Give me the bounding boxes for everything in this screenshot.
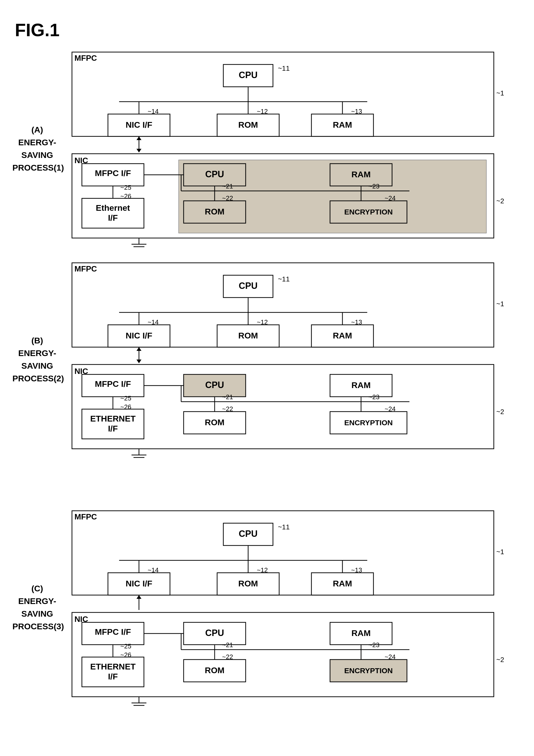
svg-text:ROM: ROM [205,207,224,216]
svg-text:~12: ~12 [257,566,268,574]
svg-text:~23: ~23 [369,641,379,649]
svg-text:~10: ~10 [496,300,504,308]
svg-text:~14: ~14 [148,566,158,574]
svg-text:~20: ~20 [496,408,504,416]
svg-text:~24: ~24 [385,405,396,413]
svg-text:ENCRYPTION: ENCRYPTION [344,208,393,216]
svg-text:~23: ~23 [369,182,379,190]
svg-text:ROM: ROM [205,418,224,427]
svg-text:RAM: RAM [333,120,352,129]
svg-text:MFPC I/F: MFPC I/F [95,168,131,178]
svg-text:~25: ~25 [120,184,131,191]
section-b: (B) ENERGY-SAVING PROCESS(2) MFPC CPU ~1… [13,260,504,459]
svg-text:NIC I/F: NIC I/F [126,579,152,588]
svg-text:~13: ~13 [351,318,362,326]
svg-text:MFPC: MFPC [74,264,97,273]
svg-marker-81 [136,347,141,351]
svg-text:~22: ~22 [222,405,233,413]
svg-text:~13: ~13 [351,566,362,574]
section-a-label: (A) ENERGY-SAVING PROCESS(1) [13,123,62,174]
svg-text:CPU: CPU [239,281,258,291]
section-c-label: (C) ENERGY-SAVING PROCESS(3) [13,582,62,633]
section-a: (A) ENERGY-SAVING PROCESS(1) MFPC CPU ~1… [13,50,504,248]
svg-text:~14: ~14 [148,108,158,115]
svg-marker-23 [136,136,141,140]
svg-text:~12: ~12 [257,318,268,326]
svg-text:ENCRYPTION: ENCRYPTION [344,666,393,675]
svg-text:MFPC: MFPC [74,512,97,521]
svg-text:ROM: ROM [238,579,258,588]
section-b-label: (B) ENERGY-SAVING PROCESS(2) [13,334,62,385]
svg-text:MFPC I/F: MFPC I/F [95,379,131,389]
svg-text:MFPC I/F: MFPC I/F [95,627,131,636]
svg-text:~24: ~24 [385,194,396,202]
svg-text:RAM: RAM [351,628,371,638]
svg-text:~11: ~11 [278,275,290,283]
svg-text:~11: ~11 [278,65,290,72]
svg-text:MFPC: MFPC [74,54,97,63]
svg-marker-22 [136,149,141,152]
svg-text:ETHERNET: ETHERNET [90,662,135,671]
svg-text:I/F: I/F [108,213,118,222]
diagram-a: MFPC CPU ~11 NIC I/F ~14 ROM ~12 RAM ~13 [70,50,504,248]
svg-text:~14: ~14 [148,318,158,326]
svg-text:NIC I/F: NIC I/F [126,120,152,129]
svg-text:~25: ~25 [120,394,131,402]
svg-text:CPU: CPU [239,70,258,80]
svg-text:ROM: ROM [238,120,258,129]
svg-text:~10: ~10 [496,89,504,97]
svg-text:~26: ~26 [120,651,131,659]
svg-text:~22: ~22 [222,194,233,202]
svg-marker-80 [136,360,141,363]
svg-text:~10: ~10 [496,548,504,556]
svg-text:~24: ~24 [385,653,396,661]
svg-marker-137 [136,595,141,599]
svg-text:~13: ~13 [351,108,362,115]
svg-text:Ethernet: Ethernet [96,203,130,212]
fig-title: FIG.1 [15,20,60,40]
svg-text:~20: ~20 [496,656,504,663]
svg-text:RAM: RAM [351,170,371,179]
diagram-c: MFPC CPU ~11 NIC I/F ~14 ROM ~12 RAM ~13… [70,508,504,707]
svg-text:~25: ~25 [120,642,131,650]
svg-text:~20: ~20 [496,197,504,205]
svg-text:~21: ~21 [222,182,233,190]
section-c: (C) ENERGY-SAVING PROCESS(3) MFPC CPU ~1… [13,508,504,707]
svg-text:~12: ~12 [257,108,268,115]
svg-text:~26: ~26 [120,403,131,411]
svg-text:ROM: ROM [238,331,258,340]
svg-text:CPU: CPU [205,169,224,179]
svg-text:~22: ~22 [222,653,233,661]
diagram-b: MFPC CPU ~11 NIC I/F ~14 ROM ~12 RAM ~13… [70,260,504,459]
svg-text:CPU: CPU [205,380,224,390]
svg-text:RAM: RAM [333,579,352,588]
svg-text:I/F: I/F [108,672,118,681]
svg-text:ENCRYPTION: ENCRYPTION [344,418,393,427]
svg-text:RAM: RAM [333,331,352,340]
svg-text:ETHERNET: ETHERNET [90,414,135,423]
svg-text:RAM: RAM [351,380,371,390]
svg-text:NIC I/F: NIC I/F [126,331,152,340]
svg-text:ROM: ROM [205,665,224,675]
svg-text:CPU: CPU [239,528,258,539]
svg-text:CPU: CPU [205,628,224,638]
svg-text:~21: ~21 [222,641,233,649]
svg-text:~11: ~11 [278,523,290,531]
svg-text:~26: ~26 [120,192,131,200]
svg-text:I/F: I/F [108,424,118,433]
svg-text:~21: ~21 [222,393,233,401]
svg-text:~23: ~23 [369,393,379,401]
